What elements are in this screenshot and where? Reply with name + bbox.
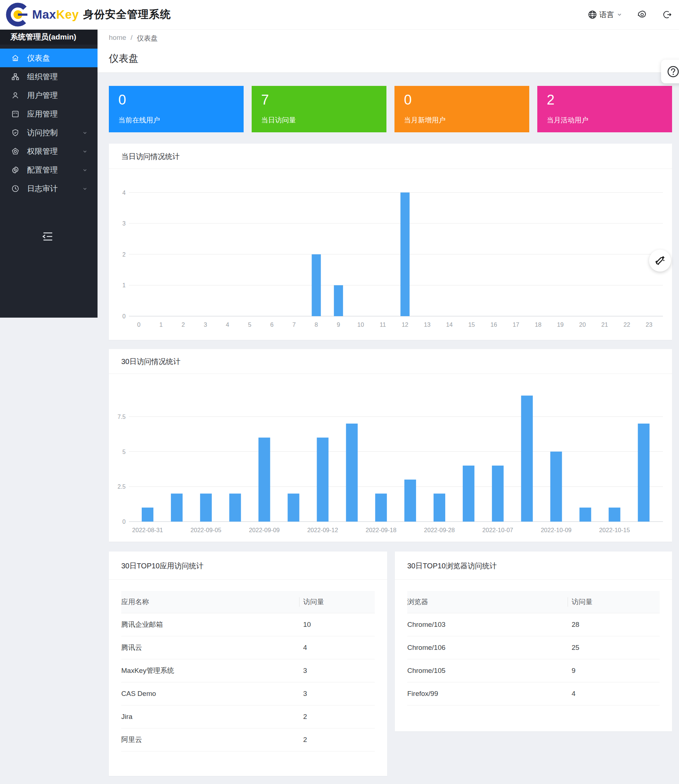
- page-title: 仪表盘: [109, 52, 138, 65]
- x-axis-tick-label: 2022-09-12: [307, 527, 338, 533]
- sidebar-item-dashboard[interactable]: 仪表盘: [0, 49, 97, 67]
- bar: [551, 452, 562, 522]
- app-name-cell: 腾讯企业邮箱: [121, 620, 303, 629]
- y-axis-tick-label: 7.5: [117, 414, 126, 420]
- brand-name: MaxKey: [32, 8, 79, 22]
- y-axis-tick-label: 2: [122, 251, 126, 258]
- panel-title: 当日访问情况统计: [121, 152, 180, 162]
- sidebar-item-users[interactable]: 用户管理: [0, 86, 97, 105]
- bar: [609, 508, 620, 522]
- breadcrumb-home[interactable]: home: [109, 34, 127, 43]
- top-browsers-table: 浏览器 访问量 Chrome/103 28 Chrome/106 25 Chro…: [407, 591, 660, 706]
- bar: [463, 466, 474, 522]
- table-row: Jira 2: [121, 706, 375, 728]
- sidebar-item-permissions[interactable]: 权限管理: [0, 142, 97, 160]
- theme-wand-button[interactable]: [649, 249, 671, 271]
- x-axis-tick-label: 0: [137, 321, 140, 328]
- x-axis-tick-label: 4: [226, 321, 229, 328]
- settings-button[interactable]: [637, 10, 647, 19]
- x-axis-tick-label: 12: [402, 321, 408, 328]
- x-axis-tick-label: 16: [491, 321, 497, 328]
- x-axis-tick-label: 2022-09-09: [249, 527, 279, 533]
- sidebar-item-access-control[interactable]: 访问控制: [0, 123, 97, 142]
- stat-card-monthly-new-users: 0 当月新增用户: [394, 86, 529, 132]
- x-axis-tick-label: 19: [557, 321, 563, 328]
- bar: [400, 193, 410, 316]
- sidebar-item-applications[interactable]: 应用管理: [0, 105, 97, 123]
- sidebar-item-label: 组织管理: [27, 72, 58, 82]
- sidebar-item-label: 配置管理: [27, 165, 58, 175]
- x-axis-tick-label: 2022-08-31: [132, 527, 163, 533]
- bar: [580, 508, 591, 522]
- y-axis-tick-label: 2.5: [117, 484, 126, 490]
- pentagon-icon: [11, 147, 19, 155]
- question-mark-icon: [667, 66, 679, 78]
- content-divider: [97, 72, 679, 73]
- app-name-cell: MaxKey管理系统: [121, 666, 303, 676]
- sidebar-user: 系统管理员(admin): [0, 29, 97, 45]
- y-axis-tick-label: 5: [122, 449, 126, 455]
- stat-label: 当月活动用户: [547, 116, 663, 125]
- y-axis-tick-label: 4: [122, 190, 126, 196]
- visit-count-cell: 2: [303, 736, 307, 744]
- clock-icon: [11, 185, 19, 193]
- help-button[interactable]: [661, 60, 679, 83]
- sidebar-item-label: 用户管理: [27, 90, 58, 100]
- brand-suffix: 身份安全管理系统: [83, 7, 171, 22]
- x-axis-tick-label: 13: [424, 321, 430, 328]
- chevron-down-icon: [83, 187, 87, 191]
- app-header: MaxKey 身份安全管理系统 语言: [0, 0, 679, 30]
- chevron-down-icon: [83, 168, 87, 172]
- bar: [311, 254, 321, 316]
- browser-name-cell: Chrome/105: [407, 667, 572, 675]
- visit-count-cell: 3: [303, 667, 307, 675]
- y-axis-tick-label: 0: [122, 519, 126, 525]
- chevron-down-icon: [83, 149, 87, 154]
- breadcrumb-current: 仪表盘: [137, 34, 158, 43]
- x-axis-tick-label: 2022-10-15: [599, 527, 630, 533]
- bar: [521, 395, 533, 522]
- top-browsers-panel: 30日TOP10浏览器访问统计 浏览器 访问量 Chrome/103 28 Ch…: [395, 552, 672, 731]
- x-axis-tick-label: 17: [512, 321, 519, 328]
- home-icon: [11, 54, 19, 62]
- app-name-cell: 腾讯云: [121, 643, 303, 652]
- gear-icon: [11, 166, 19, 174]
- y-axis-tick-label: 1: [122, 282, 126, 289]
- stat-value: 2: [547, 93, 663, 108]
- shield-check-icon: [11, 129, 19, 137]
- sidebar-item-organization[interactable]: 组织管理: [0, 67, 97, 86]
- bar: [346, 423, 358, 522]
- sidebar-item-configuration[interactable]: 配置管理: [0, 160, 97, 179]
- language-switcher[interactable]: 语言: [588, 10, 622, 20]
- logout-button[interactable]: [662, 10, 672, 19]
- maxkey-dashboard: { "header": { "brand_max": "Max", "brand…: [0, 0, 679, 784]
- sidebar-item-audit-logs[interactable]: 日志审计: [0, 179, 97, 198]
- app-name-cell: Jira: [121, 713, 303, 721]
- panel-divider: [395, 579, 672, 580]
- bar: [492, 466, 504, 522]
- page-topbar: home / 仪表盘 仪表盘: [97, 29, 679, 72]
- column-separator: [568, 597, 568, 607]
- x-axis-tick-label: 8: [314, 321, 318, 328]
- breadcrumb-separator: /: [131, 34, 133, 43]
- sidebar: 系统管理员(admin) 仪表盘 组织管理 用户管理 应用管理: [0, 29, 97, 318]
- y-axis-tick-label: 0: [122, 313, 126, 320]
- collapse-sidebar-button[interactable]: [41, 230, 55, 243]
- x-axis-tick-label: 21: [601, 321, 608, 328]
- sidebar-item-label: 应用管理: [27, 109, 58, 119]
- bar: [334, 285, 343, 316]
- bar: [433, 494, 445, 522]
- sidebar-menu: 仪表盘 组织管理 用户管理 应用管理 访问控制: [0, 49, 97, 198]
- table-header-row: 应用名称 访问量: [121, 591, 375, 613]
- monthly-visits-chart: 02.557.52022-08-312022-09-052022-09-0920…: [109, 373, 672, 542]
- top-apps-table: 应用名称 访问量 腾讯企业邮箱 10 腾讯云 4 MaxKey管理系统 3 CA…: [121, 591, 375, 751]
- sidebar-item-label: 访问控制: [27, 127, 58, 138]
- stat-value: 0: [404, 93, 520, 108]
- stat-value: 0: [118, 93, 234, 108]
- logout-icon: [662, 10, 672, 19]
- daily-visits-chart: 0123401234567891011121314151617181920212…: [109, 168, 672, 340]
- gear-icon: [637, 10, 647, 19]
- x-axis-tick-label: 18: [535, 321, 541, 328]
- x-axis-tick-label: 5: [248, 321, 251, 328]
- stat-label: 当前在线用户: [118, 116, 234, 125]
